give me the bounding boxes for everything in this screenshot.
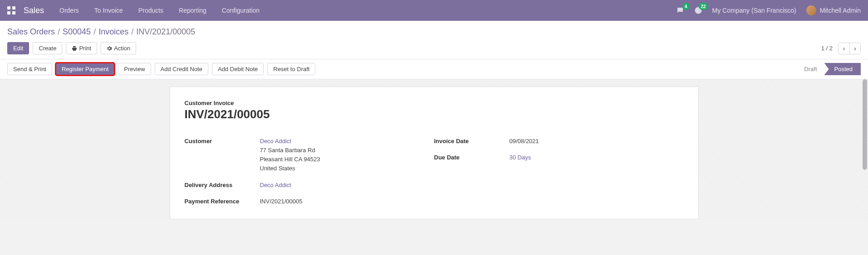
value-customer: Deco Addict 77 Santa Barbara Rd Pleasant… xyxy=(260,137,320,173)
breadcrumb-current: INV/2021/00005 xyxy=(136,27,195,37)
delivery-address-link[interactable]: Deco Addict xyxy=(260,182,291,188)
label-invoice-date: Invoice Date xyxy=(434,137,510,144)
doc-type: Customer Invoice xyxy=(185,100,684,106)
print-label: Print xyxy=(79,45,91,52)
add-credit-note-button[interactable]: Add Credit Note xyxy=(155,63,209,75)
status-bar: Draft Posted xyxy=(798,63,861,75)
due-date-link[interactable]: 30 Days xyxy=(510,154,531,161)
apps-icon[interactable] xyxy=(7,6,15,14)
value-invoice-date: 09/08/2021 xyxy=(510,137,539,146)
action-label: Action xyxy=(114,45,130,52)
chat-badge: 4 xyxy=(682,3,690,10)
nav-link-orders[interactable]: Orders xyxy=(59,7,79,14)
svg-rect-3 xyxy=(12,11,15,14)
avatar xyxy=(806,5,816,15)
pager: 1 / 2 ‹ › xyxy=(821,43,861,54)
label-payment-reference: Payment Reference xyxy=(185,197,260,205)
pager-count: 1 / 2 xyxy=(821,45,833,52)
add-debit-note-button[interactable]: Add Debit Note xyxy=(212,63,264,75)
create-button[interactable]: Create xyxy=(33,42,62,54)
nav-right: 4 22 My Company (San Francisco) Mitchell… xyxy=(676,5,861,15)
company-selector[interactable]: My Company (San Francisco) xyxy=(712,7,796,14)
doc-name: INV/2021/00005 xyxy=(185,107,684,121)
send-print-button[interactable]: Send & Print xyxy=(7,63,52,75)
nav-link-to-invoice[interactable]: To Invoice xyxy=(94,7,123,14)
activity-badge: 22 xyxy=(699,3,707,10)
breadcrumb-sep: / xyxy=(131,27,133,37)
breadcrumb-sep: / xyxy=(93,27,96,37)
svg-rect-0 xyxy=(7,6,10,10)
print-icon xyxy=(72,46,77,51)
scrollbar-thumb[interactable] xyxy=(863,79,867,170)
nav-link-products[interactable]: Products xyxy=(138,7,163,14)
label-delivery-address: Delivery Address xyxy=(185,181,260,188)
svg-rect-1 xyxy=(12,6,15,10)
action-button[interactable]: Action xyxy=(101,42,136,54)
pager-prev[interactable]: ‹ xyxy=(839,43,849,54)
pager-next[interactable]: › xyxy=(849,43,860,54)
register-payment-button[interactable]: Register Payment xyxy=(56,63,114,75)
breadcrumb-order[interactable]: S00045 xyxy=(63,27,91,37)
label-customer: Customer xyxy=(185,137,260,144)
breadcrumb-invoices[interactable]: Invoices xyxy=(98,27,128,37)
left-column: Customer Deco Addict 77 Santa Barbara Rd… xyxy=(185,137,434,206)
label-due-date: Due Date xyxy=(434,153,510,161)
breadcrumb-sales-orders[interactable]: Sales Orders xyxy=(7,27,55,37)
breadcrumb-sep: / xyxy=(58,27,60,37)
right-column: Invoice Date 09/08/2021 Due Date 30 Days xyxy=(434,137,684,206)
customer-link[interactable]: Deco Addict xyxy=(260,138,291,144)
edit-button[interactable]: Edit xyxy=(7,42,29,54)
username: Mitchell Admin xyxy=(820,7,861,14)
app-brand[interactable]: Sales xyxy=(24,6,44,15)
gear-icon xyxy=(107,46,112,51)
status-posted[interactable]: Posted xyxy=(824,63,861,75)
reset-to-draft-button[interactable]: Reset to Draft xyxy=(267,63,315,75)
chat-icon[interactable]: 4 xyxy=(676,6,684,14)
form-sheet: Customer Invoice INV/2021/00005 Customer… xyxy=(170,87,699,219)
nav-links: Orders To Invoice Products Reporting Con… xyxy=(59,7,260,14)
top-nav: Sales Orders To Invoice Products Reporti… xyxy=(0,0,868,21)
subheader: Sales Orders / S00045 / Invoices / INV/2… xyxy=(0,21,868,59)
control-row: Edit Create Print Action 1 / 2 ‹ › xyxy=(7,42,861,54)
nav-link-reporting[interactable]: Reporting xyxy=(179,7,206,14)
user-menu[interactable]: Mitchell Admin xyxy=(806,5,861,15)
customer-country: United States xyxy=(260,165,295,172)
print-button[interactable]: Print xyxy=(66,42,97,54)
value-payment-reference: INV/2021/00005 xyxy=(260,197,303,206)
status-draft[interactable]: Draft xyxy=(798,63,824,75)
canvas: Customer Invoice INV/2021/00005 Customer… xyxy=(0,79,868,219)
preview-button[interactable]: Preview xyxy=(118,63,151,75)
breadcrumb: Sales Orders / S00045 / Invoices / INV/2… xyxy=(7,27,861,37)
customer-street: 77 Santa Barbara Rd xyxy=(260,147,315,154)
svg-rect-2 xyxy=(7,11,10,14)
action-bar: Send & Print Register Payment Preview Ad… xyxy=(0,59,868,79)
customer-city: Pleasant Hill CA 94523 xyxy=(260,156,320,163)
nav-link-configuration[interactable]: Configuration xyxy=(222,7,260,14)
activity-icon[interactable]: 22 xyxy=(694,6,702,14)
